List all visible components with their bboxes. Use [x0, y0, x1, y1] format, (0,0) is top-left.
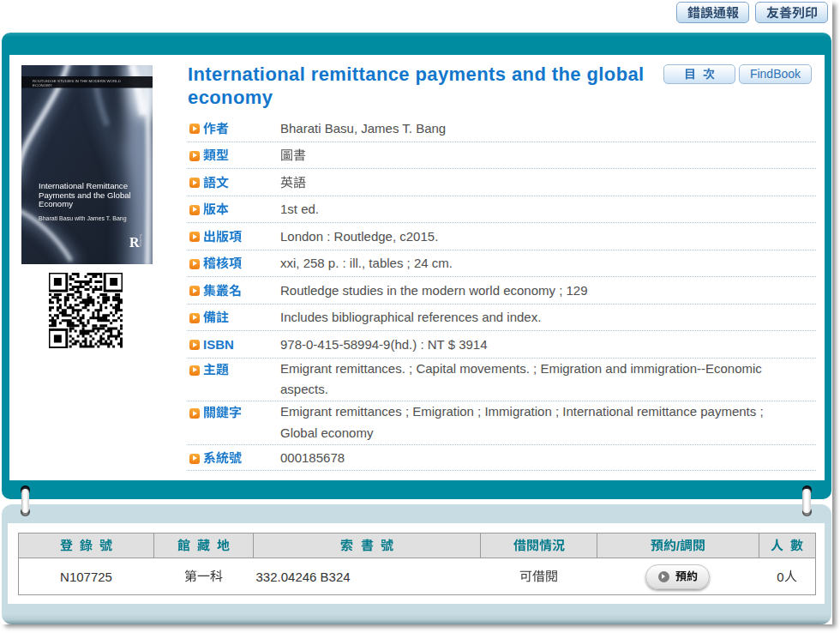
svg-text:International Remittance: International Remittance	[39, 181, 128, 190]
svg-text:Economy: Economy	[39, 199, 73, 208]
svg-text:ECONOMY: ECONOMY	[33, 83, 52, 87]
svg-text:Routledge: Routledge	[139, 234, 142, 247]
svg-text:ROUTLEDGE STUDIES IN THE MODER: ROUTLEDGE STUDIES IN THE MODERN WORLD	[33, 79, 121, 83]
svg-text:Bharati Basu with James T. Ban: Bharati Basu with James T. Bang	[39, 215, 127, 222]
svg-text:Payments and the Global: Payments and the Global	[39, 190, 131, 200]
svg-text:R: R	[129, 235, 140, 250]
